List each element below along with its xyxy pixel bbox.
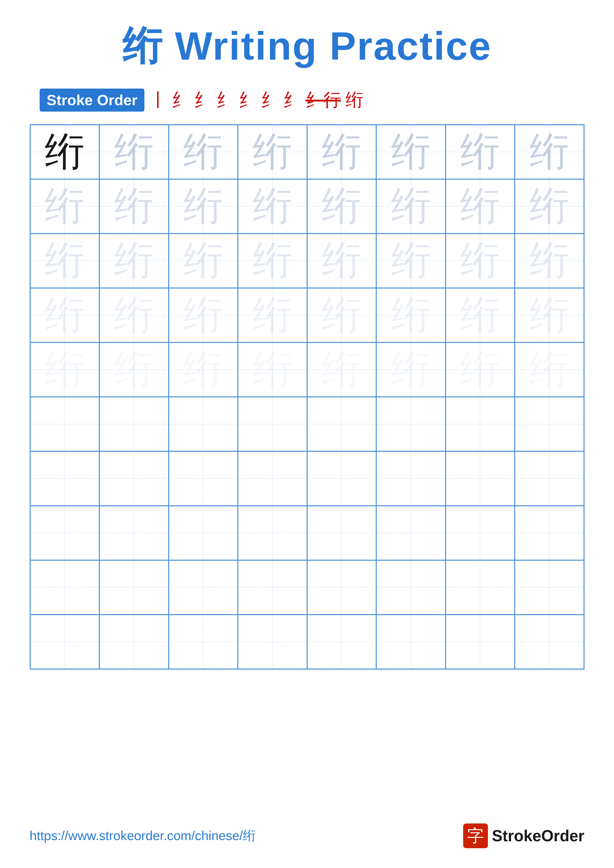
grid-cell-r5c3[interactable]: 绗 [169,343,238,397]
grid-cell-r8c3[interactable] [169,506,238,560]
grid-cell-r4c7[interactable]: 绗 [446,288,515,343]
grid-cell-r3c2[interactable]: 绗 [99,234,169,288]
grid-cell-r7c2[interactable] [99,451,169,506]
grid-cell-r7c1[interactable] [30,451,99,506]
grid-cell-r7c7[interactable] [446,451,515,506]
grid-cell-r10c8[interactable] [515,615,584,669]
grid-cell-r5c5[interactable]: 绗 [307,343,376,397]
page: 绗 Writing Practice Stroke Order 丨 纟 纟 纟 … [0,0,614,868]
grid-cell-r4c3[interactable]: 绗 [169,288,238,343]
stroke-step-5: 纟 [238,88,256,112]
grid-cell-r10c2[interactable] [99,615,169,669]
grid-cell-r5c4[interactable]: 绗 [238,343,307,397]
grid-cell-r6c8[interactable] [515,397,584,451]
grid-cell-r6c2[interactable] [99,397,169,451]
grid-cell-r1c8[interactable]: 绗 [515,125,584,179]
char-display: 绗 [391,343,431,397]
grid-cell-r10c5[interactable] [307,615,376,669]
char-display: 绗 [183,343,223,397]
grid-cell-r1c5[interactable]: 绗 [307,125,376,179]
grid-cell-r10c3[interactable] [169,615,238,669]
char-display: 绗 [253,288,292,342]
grid-cell-r8c6[interactable] [376,506,446,560]
char-display: 绗 [183,180,223,233]
grid-cell-r3c3[interactable]: 绗 [169,234,238,288]
grid-cell-r10c7[interactable] [446,615,515,669]
grid-cell-r3c7[interactable]: 绗 [446,234,515,288]
grid-cell-r5c8[interactable]: 绗 [515,343,584,397]
grid-cell-r7c3[interactable] [169,451,238,506]
grid-cell-r4c1[interactable]: 绗 [30,288,99,343]
grid-cell-r3c8[interactable]: 绗 [515,234,584,288]
grid-cell-r10c1[interactable] [30,615,99,669]
grid-cell-r5c7[interactable]: 绗 [446,343,515,397]
grid-cell-r3c4[interactable]: 绗 [238,234,307,288]
char-display: 绗 [45,234,84,288]
grid-cell-r7c6[interactable] [376,451,446,506]
grid-cell-r8c4[interactable] [238,506,307,560]
grid-cell-r1c6[interactable]: 绗 [376,125,446,179]
grid-cell-r9c7[interactable] [446,560,515,615]
stroke-order-row: Stroke Order 丨 纟 纟 纟 纟 纟 纟 纟行 绗 [30,88,584,112]
grid-cell-r9c4[interactable] [238,560,307,615]
grid-cell-r9c8[interactable] [515,560,584,615]
stroke-step-3: 纟 [194,88,212,112]
char-display: 绗 [391,234,431,288]
grid-cell-r9c1[interactable] [30,560,99,615]
grid-cell-r4c6[interactable]: 绗 [376,288,446,343]
grid-cell-r10c6[interactable] [376,615,446,669]
grid-cell-r1c7[interactable]: 绗 [446,125,515,179]
grid-cell-r4c4[interactable]: 绗 [238,288,307,343]
grid-cell-r4c5[interactable]: 绗 [307,288,376,343]
grid-cell-r3c6[interactable]: 绗 [376,234,446,288]
grid-cell-r3c1[interactable]: 绗 [30,234,99,288]
char-display: 绗 [460,125,500,179]
grid-cell-r1c4[interactable]: 绗 [238,125,307,179]
char-display: 绗 [114,288,154,342]
grid-cell-r3c5[interactable]: 绗 [307,234,376,288]
grid-cell-r6c4[interactable] [238,397,307,451]
grid-cell-r1c2[interactable]: 绗 [99,125,169,179]
char-display: 绗 [322,180,361,233]
grid-cell-r6c1[interactable] [30,397,99,451]
char-display: 绗 [253,180,292,233]
grid-cell-r2c3[interactable]: 绗 [169,179,238,234]
grid-cell-r2c8[interactable]: 绗 [515,179,584,234]
grid-cell-r6c5[interactable] [307,397,376,451]
grid-cell-r4c8[interactable]: 绗 [515,288,584,343]
char-display: 绗 [45,343,84,397]
grid-cell-r2c7[interactable]: 绗 [446,179,515,234]
grid-cell-r2c2[interactable]: 绗 [99,179,169,234]
grid-cell-r8c2[interactable] [99,506,169,560]
stroke-step-9: 绗 [345,88,363,112]
grid-cell-r5c6[interactable]: 绗 [376,343,446,397]
grid-cell-r8c8[interactable] [515,506,584,560]
grid-cell-r7c8[interactable] [515,451,584,506]
footer-url[interactable]: https://www.strokeorder.com/chinese/绗 [30,827,256,845]
grid-cell-r2c4[interactable]: 绗 [238,179,307,234]
grid-cell-r10c4[interactable] [238,615,307,669]
char-display: 绗 [45,288,84,342]
grid-cell-r6c6[interactable] [376,397,446,451]
grid-cell-r8c7[interactable] [446,506,515,560]
grid-cell-r8c1[interactable] [30,506,99,560]
char-display: 绗 [530,288,569,342]
grid-cell-r2c1[interactable]: 绗 [30,179,99,234]
grid-cell-r2c5[interactable]: 绗 [307,179,376,234]
grid-cell-r6c7[interactable] [446,397,515,451]
grid-cell-r7c5[interactable] [307,451,376,506]
grid-cell-r1c1[interactable]: 绗 [30,125,99,179]
grid-cell-r4c2[interactable]: 绗 [99,288,169,343]
grid-cell-r9c6[interactable] [376,560,446,615]
grid-cell-r9c3[interactable] [169,560,238,615]
grid-cell-r7c4[interactable] [238,451,307,506]
grid-cell-r2c6[interactable]: 绗 [376,179,446,234]
grid-cell-r5c1[interactable]: 绗 [30,343,99,397]
grid-cell-r9c2[interactable] [99,560,169,615]
char-display: 绗 [391,125,431,179]
grid-cell-r5c2[interactable]: 绗 [99,343,169,397]
grid-cell-r9c5[interactable] [307,560,376,615]
grid-cell-r1c3[interactable]: 绗 [169,125,238,179]
grid-cell-r8c5[interactable] [307,506,376,560]
grid-cell-r6c3[interactable] [169,397,238,451]
